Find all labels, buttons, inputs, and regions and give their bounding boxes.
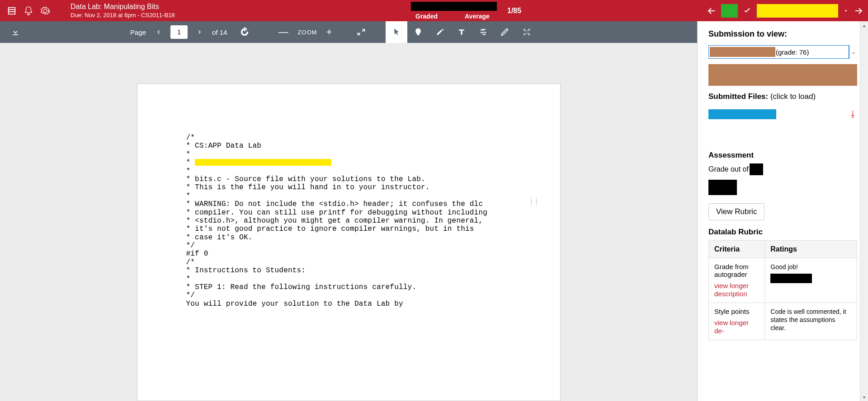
- submission-select[interactable]: (grade: 76) ⌄: [708, 45, 857, 59]
- rubric-view-longer-link[interactable]: view longer de-: [714, 319, 759, 335]
- due-date: Due: Nov 2, 2018 at 6pm - CS2011-B18: [71, 12, 175, 19]
- rubric-th-criteria: Criteria: [709, 241, 765, 258]
- rubric-rating-text: Good job!: [770, 263, 798, 270]
- bell-icon[interactable]: [24, 6, 33, 16]
- code-line: *: [186, 192, 511, 200]
- code-line: * it's not good practice to ignore compi…: [186, 225, 511, 233]
- page-input[interactable]: [170, 25, 188, 39]
- code-line: /*: [186, 258, 511, 266]
- submitted-files-label: Submitted Files: (click to load): [708, 92, 857, 101]
- late-banner-redacted: [708, 64, 857, 86]
- code-line: */: [186, 291, 511, 299]
- code-line: #if 0: [186, 250, 511, 258]
- redacted-block: [411, 2, 497, 11]
- stat-graded: Graded: [415, 13, 438, 20]
- code-line: * WARNING: Do not include the <stdio.h> …: [186, 200, 511, 208]
- code-line: * CS:APP Data Lab: [186, 142, 511, 150]
- code-line: */: [186, 242, 511, 250]
- rubric-table: Criteria Ratings Grade from autograder v…: [708, 240, 857, 340]
- svg-rect-0: [525, 31, 528, 34]
- page-label: Page: [130, 28, 146, 36]
- zoom-out-button[interactable]: —: [278, 26, 288, 38]
- grade-input-redacted[interactable]: [708, 180, 737, 195]
- author-redacted: [195, 159, 331, 166]
- code-line: * STEP 1: Read the following instruction…: [186, 283, 511, 291]
- submission-select-caret-icon[interactable]: ⌄: [849, 45, 857, 59]
- code-line: /*: [186, 134, 511, 142]
- code-line: *: [186, 150, 511, 159]
- status-green-box: [721, 4, 738, 18]
- student-name-redacted[interactable]: [757, 4, 838, 18]
- rubric-row: Style points view longer de- Code is wel…: [709, 303, 857, 340]
- stats-row: Graded Average: [411, 13, 490, 20]
- rubric-row: Grade from autograder view longer descri…: [709, 258, 857, 303]
- prev-page-button[interactable]: [151, 24, 166, 40]
- assignment-title: Data Lab: Manipulating Bits: [71, 3, 175, 11]
- zoom-label: ZOOM: [297, 29, 317, 36]
- submitted-file[interactable]: [708, 109, 776, 119]
- gradebook-icon[interactable]: [7, 6, 17, 16]
- code-line: *: [186, 275, 511, 283]
- rubric-title: Datalab Rubric: [708, 228, 857, 237]
- grade-out-of-row: Grade out of: [708, 163, 857, 175]
- code-line: * case it's OK.: [186, 233, 511, 242]
- max-points-redacted: [750, 163, 763, 175]
- text-tool[interactable]: [451, 21, 472, 43]
- rubric-th-ratings: Ratings: [765, 241, 857, 258]
- prev-student-button[interactable]: [707, 6, 717, 16]
- assessment-heading: Assessment: [708, 151, 857, 160]
- submission-date-redacted: [710, 47, 775, 57]
- download-button[interactable]: [5, 21, 26, 43]
- next-student-button[interactable]: [854, 6, 863, 16]
- stat-average: Average: [465, 13, 490, 20]
- submission-heading: Submission to view:: [708, 29, 857, 39]
- code-line: *: [186, 159, 511, 167]
- gear-icon[interactable]: [40, 6, 50, 16]
- scroll-up-icon[interactable]: ▴: [860, 21, 868, 29]
- zoom-in-button[interactable]: +: [326, 26, 332, 38]
- code-line: You will provide your solution to the Da…: [186, 300, 511, 308]
- next-page-button[interactable]: [192, 24, 208, 40]
- rubric-rating-text: Code is well commented, it states the as…: [770, 308, 846, 331]
- rubric-points-redacted: [770, 274, 812, 283]
- highlight-tool[interactable]: [429, 21, 451, 43]
- point-annotation-tool[interactable]: [407, 21, 429, 43]
- document-viewport[interactable]: /* * CS:APP Data Lab * * * * bits.c - So…: [0, 43, 697, 401]
- download-file-icon[interactable]: ⭳: [849, 109, 857, 119]
- rubric-view-longer-link[interactable]: view longer description: [714, 282, 759, 298]
- rubric-criteria-text: Grade from autograder: [714, 263, 749, 278]
- freedraw-tool[interactable]: [494, 21, 516, 43]
- grading-sidebar: Submission to view: (grade: 76) ⌄ Submit…: [697, 21, 868, 401]
- top-bar: Data Lab: Manipulating Bits Due: Nov 2, …: [0, 0, 868, 21]
- page-total: of 14: [212, 28, 227, 36]
- student-dropdown-caret-icon[interactable]: [843, 8, 849, 14]
- document-page: /* * CS:APP Data Lab * * * * bits.c - So…: [137, 84, 561, 401]
- code-line: * <stdio.h>, although you might get a co…: [186, 217, 511, 225]
- strikethrough-tool[interactable]: [472, 21, 494, 43]
- pointer-tool[interactable]: [386, 21, 407, 43]
- fullscreen-button[interactable]: [350, 21, 372, 43]
- code-line: * bits.c - Source file with your solutio…: [186, 175, 511, 183]
- submission-counter: 1/85: [507, 7, 521, 15]
- rotate-button[interactable]: [234, 27, 255, 37]
- view-rubric-button[interactable]: View Rubric: [708, 203, 764, 220]
- code-line: * This is the file you will hand in to y…: [186, 183, 511, 191]
- code-line: * compiler. You can still use printf for…: [186, 209, 511, 217]
- code-line: *: [186, 167, 511, 175]
- code-line: * Instructions to Students:: [186, 266, 511, 275]
- submission-grade: (grade: 76): [776, 48, 809, 56]
- document-toolbar: Page of 14 — ZOOM +: [0, 21, 697, 43]
- sidebar-scrollbar[interactable]: ▴ ▾: [860, 21, 868, 401]
- check-icon: [742, 6, 752, 16]
- area-annotation-tool[interactable]: [516, 21, 538, 43]
- scroll-down-icon[interactable]: ▾: [860, 393, 868, 401]
- rubric-criteria-text: Style points: [714, 308, 750, 315]
